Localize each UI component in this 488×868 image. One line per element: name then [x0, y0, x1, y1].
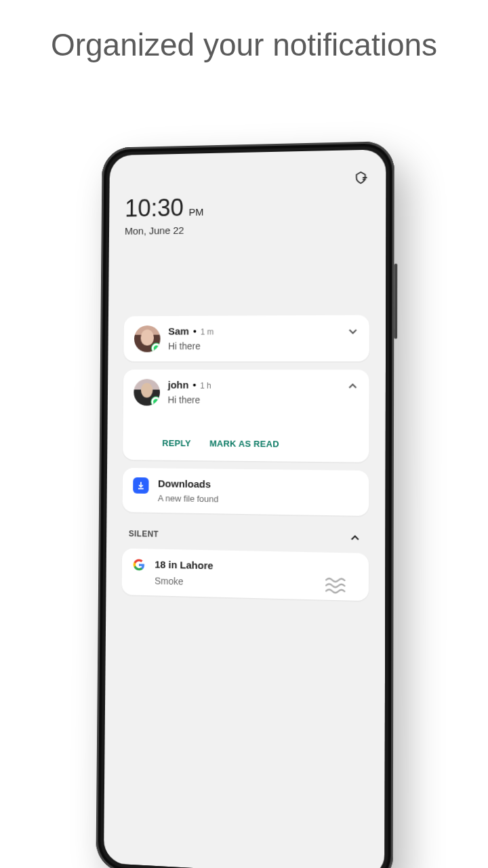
- download-subtitle: A new file found: [158, 493, 219, 504]
- notification-chat-sam[interactable]: Sam • 1 m Hi there: [123, 315, 369, 362]
- notification-weather[interactable]: 18 in Lahore Smoke: [122, 549, 369, 601]
- notification-download[interactable]: Downloads A new file found: [123, 468, 369, 516]
- whatsapp-badge-icon: [151, 343, 161, 353]
- message-preview: Hi there: [168, 340, 359, 351]
- silent-section-header[interactable]: SILENT: [122, 523, 369, 545]
- page-headline: Organized your notifications: [0, 0, 488, 79]
- sender-name: john: [168, 379, 189, 391]
- chevron-up-icon[interactable]: [348, 531, 362, 545]
- clock: 10:30 PM: [125, 191, 369, 222]
- phone-side-button: [394, 264, 397, 339]
- mark-read-button[interactable]: MARK AS READ: [209, 438, 279, 449]
- chevron-up-icon[interactable]: [346, 379, 359, 393]
- download-icon: [133, 477, 148, 494]
- clock-time: 10:30: [125, 194, 184, 223]
- weather-condition: Smoke: [155, 575, 213, 587]
- clock-date: Mon, June 22: [125, 222, 369, 237]
- weather-title: 18 in Lahore: [155, 559, 213, 572]
- message-time: 1 h: [200, 381, 211, 391]
- whatsapp-badge-icon: [150, 396, 160, 406]
- chevron-down-icon[interactable]: [346, 325, 360, 338]
- avatar: [134, 326, 161, 352]
- avatar: [134, 379, 160, 406]
- reply-button[interactable]: REPLY: [162, 438, 191, 448]
- message-time: 1 m: [201, 328, 214, 337]
- silent-label: SILENT: [129, 529, 159, 539]
- notification-chat-john[interactable]: john • 1 h Hi there REPLY: [123, 370, 369, 462]
- sender-name: Sam: [168, 326, 189, 337]
- fog-icon: [325, 574, 352, 600]
- message-preview: Hi there: [167, 395, 358, 406]
- download-title: Downloads: [158, 477, 219, 490]
- phone-mockup: 10:30 PM Mon, June 22: [96, 141, 394, 868]
- settings-icon[interactable]: [353, 170, 368, 185]
- google-g-icon: [132, 558, 145, 572]
